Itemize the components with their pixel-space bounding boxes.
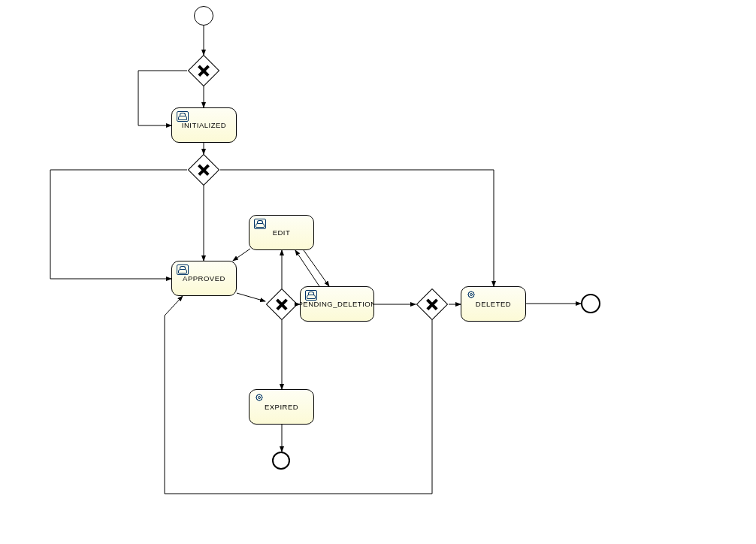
bpmn-diagram: INITIALIZED EDIT APPROVED PENDING_DELETI…: [0, 0, 756, 544]
user-task-icon: [177, 264, 189, 275]
task-pending-deletion: PENDING_DELETION: [300, 286, 374, 322]
end-event-expired: [272, 452, 290, 470]
gateway-2: [188, 154, 219, 186]
svg-point-1: [259, 397, 261, 399]
task-edit: EDIT: [249, 215, 314, 250]
service-task-icon: [466, 290, 476, 299]
gateway-4: [416, 289, 448, 320]
task-initialized: INITIALIZED: [171, 107, 237, 143]
task-label: PENDING_DELETION: [300, 300, 374, 308]
gateway-1: [188, 55, 219, 86]
task-approved: APPROVED: [171, 261, 237, 296]
task-expired: EXPIRED: [249, 389, 314, 425]
task-label: EXPIRED: [265, 403, 298, 411]
user-task-icon: [305, 290, 317, 301]
user-task-icon: [177, 111, 189, 122]
task-label: INITIALIZED: [182, 121, 226, 129]
task-label: APPROVED: [183, 274, 225, 283]
start-event: [194, 6, 213, 26]
task-label: EDIT: [273, 228, 291, 237]
flow-edges: [0, 0, 756, 544]
svg-point-3: [470, 294, 473, 296]
gateway-3: [266, 289, 298, 320]
task-label: DELETED: [476, 300, 511, 308]
end-event-deleted: [581, 294, 600, 313]
user-task-icon: [254, 219, 266, 229]
service-task-icon: [254, 393, 265, 402]
task-deleted: DELETED: [461, 286, 526, 322]
